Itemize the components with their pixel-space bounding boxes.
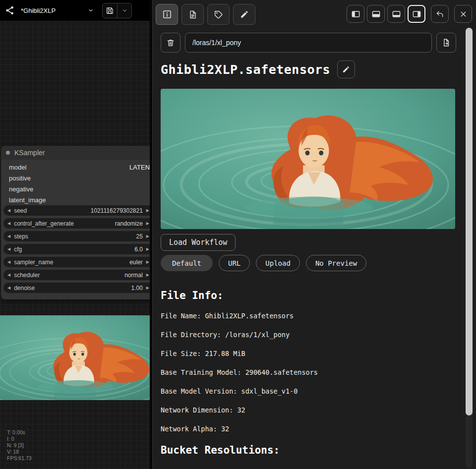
node-title: KSampler [14, 149, 45, 157]
dock-bottom-strip-button[interactable] [387, 5, 405, 23]
load-workflow-button[interactable]: Load Workflow [161, 234, 236, 251]
preview-source-url[interactable]: URL [219, 255, 250, 271]
arrow-left-icon[interactable] [7, 273, 10, 277]
preview-source-upload[interactable]: Upload [256, 255, 300, 271]
preview-source-default[interactable]: Default [161, 255, 213, 271]
arrow-right-icon[interactable] [146, 222, 149, 226]
panel-tabs [156, 4, 255, 25]
preview-source-buttons: Default URL Upload No Preview [161, 255, 366, 271]
node-header[interactable]: KSampler [1, 146, 150, 160]
arrow-left-icon[interactable] [7, 222, 10, 226]
widget-scheduler[interactable]: scheduler normal [3, 270, 150, 280]
panel-layout-controls [347, 5, 472, 23]
stat-line: T: 0.00s [7, 429, 32, 436]
preview-source-no-preview[interactable]: No Preview [306, 255, 366, 271]
arrow-right-icon[interactable] [146, 286, 149, 290]
tab-edit[interactable] [233, 4, 255, 25]
collapse-dot-icon[interactable] [6, 151, 10, 155]
stat-line: N: 9 [3] [7, 442, 32, 449]
delete-button[interactable] [161, 33, 180, 53]
arrow-right-icon[interactable] [146, 209, 149, 213]
canvas-preview-image [0, 315, 150, 400]
file-info-row: File Name: Ghibli2XLP.safetensors [161, 312, 294, 320]
share-icon[interactable] [5, 5, 15, 15]
app-root: *Ghibli2XLP KSampler [0, 0, 476, 469]
lora-sidebar-panel: Ghibli2XLP.safetensors Load Workflow Def… [152, 0, 476, 469]
widget-denoise[interactable]: denoise 1.00 [3, 283, 150, 293]
model-preview-image [161, 89, 455, 229]
return-arrow-button[interactable] [431, 5, 449, 23]
arrow-left-icon[interactable] [7, 234, 10, 238]
canvas-stats: T: 0.00s I: 0 N: 9 [3] V: 18 FPS:61.73 [7, 429, 32, 462]
edit-title-button[interactable] [337, 60, 355, 78]
arrow-left-icon[interactable] [7, 286, 10, 290]
slot-label: model [9, 164, 26, 171]
dock-left-button[interactable] [347, 5, 364, 23]
dock-right-button[interactable] [408, 5, 425, 23]
file-info-row: Base Model Version: sdxl_base_v1-0 [161, 387, 298, 395]
widget-steps[interactable]: steps 25 [3, 231, 150, 241]
widget-seed[interactable]: seed 1021116279302821 [3, 205, 150, 216]
file-info-row: Network Dimension: 32 [161, 406, 245, 414]
path-input[interactable] [185, 33, 432, 53]
panel-scrollbar[interactable] [466, 28, 473, 468]
tab-document[interactable] [181, 4, 204, 25]
file-info-row: File Size: 217.88 MiB [161, 350, 245, 357]
file-info-row: Base Training Model: 290640.safetensors [161, 368, 318, 376]
arrow-left-icon[interactable] [7, 247, 10, 251]
save-options-button[interactable] [117, 3, 131, 18]
ksampler-node[interactable]: KSampler model LATENT positive negative … [1, 146, 150, 299]
file-info-heading: File Info: [161, 290, 223, 301]
input-slot-negative: negative [1, 183, 150, 194]
input-slot-positive: positive [1, 173, 150, 183]
save-button[interactable] [103, 3, 117, 18]
workflow-name: *Ghibli2XLP [21, 7, 56, 14]
close-panel-button[interactable] [454, 5, 472, 23]
stat-line: FPS:61.73 [7, 455, 32, 462]
slot-label: negative [9, 185, 33, 193]
save-split-button [102, 3, 132, 18]
model-title: Ghibli2XLP.safetensors [161, 62, 330, 77]
arrow-left-icon[interactable] [7, 209, 10, 213]
node-canvas[interactable]: KSampler model LATENT positive negative … [0, 21, 150, 469]
tab-info[interactable] [156, 4, 178, 25]
stat-line: I: 0 [7, 436, 32, 442]
file-export-button[interactable] [436, 33, 456, 53]
slot-label: positive [9, 175, 31, 182]
widget-cfg[interactable]: cfg 6.0 [3, 244, 150, 254]
output-slot-latent: LATENT [129, 164, 150, 171]
bucket-resolutions-heading: Bucket Resolutions: [161, 444, 280, 456]
model-title-row: Ghibli2XLP.safetensors [161, 60, 355, 78]
input-slot-latent-image: latent_image [1, 194, 150, 205]
arrow-right-icon[interactable] [146, 260, 149, 264]
workflow-select[interactable]: *Ghibli2XLP [19, 3, 96, 18]
workflow-topbar: *Ghibli2XLP [0, 0, 150, 21]
path-toolbar [161, 33, 456, 53]
scrollbar-thumb[interactable] [466, 28, 473, 415]
arrow-right-icon[interactable] [146, 234, 149, 238]
chevron-down-icon [87, 7, 94, 14]
file-info-row: Network Alpha: 32 [161, 425, 229, 433]
arrow-right-icon[interactable] [146, 273, 149, 277]
slot-label: latent_image [9, 196, 46, 204]
arrow-right-icon[interactable] [146, 247, 149, 251]
stat-line: V: 18 [7, 449, 32, 455]
tab-tags[interactable] [207, 4, 230, 25]
dock-bottom-button[interactable] [367, 5, 385, 23]
file-info-row: File Directory: /loras/1/xl_pony [161, 331, 290, 339]
input-slot-model: model LATENT [1, 162, 150, 173]
comfyui-workspace: *Ghibli2XLP KSampler [0, 0, 150, 469]
widget-sampler-name[interactable]: sampler_name euler [3, 257, 150, 267]
arrow-left-icon[interactable] [7, 260, 10, 264]
widget-control-after-generate[interactable]: control_after_generate randomize [3, 218, 150, 229]
node-body: model LATENT positive negative latent_im… [1, 160, 150, 299]
